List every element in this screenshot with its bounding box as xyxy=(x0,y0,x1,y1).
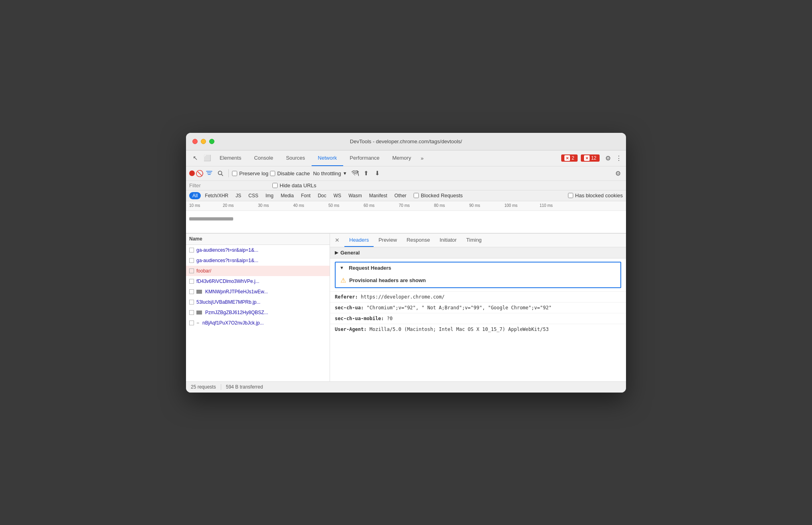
more-tabs-button[interactable]: » xyxy=(418,155,427,161)
maximize-button[interactable] xyxy=(209,139,214,144)
type-btn-img[interactable]: Img xyxy=(262,192,277,199)
type-btn-fetchxhr[interactable]: Fetch/XHR xyxy=(202,192,232,199)
blocked-requests-checkbox[interactable]: Blocked Requests xyxy=(414,192,463,198)
tab-timing[interactable]: Timing xyxy=(462,234,487,247)
list-item[interactable]: KMNWpnRJTP6eHJs1wEw... xyxy=(186,287,330,297)
tab-memory[interactable]: Memory xyxy=(386,150,418,166)
list-item[interactable]: 53luclsjUVBaBME7MPRb.jp... xyxy=(186,297,330,307)
window-title: DevTools - developer.chrome.com/tags/dev… xyxy=(350,138,462,144)
preserve-log-checkbox[interactable]: Preserve log xyxy=(232,170,268,176)
file-list: Name ga-audiences?t=sr&aip=1&... ga-audi… xyxy=(186,234,330,381)
tab-initiator[interactable]: Initiator xyxy=(435,234,462,247)
tick-60ms: 60 ms xyxy=(364,203,374,208)
type-btn-css[interactable]: CSS xyxy=(245,192,262,199)
throttle-dropdown[interactable]: No throttling ▼ xyxy=(312,170,349,177)
file-checkbox-4[interactable] xyxy=(189,279,194,284)
file-checkbox-2[interactable] xyxy=(189,258,194,263)
file-name-1: ga-audiences?t=sr&aip=1&... xyxy=(196,247,258,253)
type-btn-media[interactable]: Media xyxy=(278,192,297,199)
file-checkbox-6[interactable] xyxy=(189,300,194,305)
more-options-icon[interactable]: ⋮ xyxy=(615,152,623,164)
provisional-warning-row: ⚠ Provisional headers are shown xyxy=(336,273,620,287)
tab-console[interactable]: Console xyxy=(248,150,280,166)
settings-icon[interactable]: ⚙ xyxy=(602,152,614,164)
network-toolbar-row1: 🚫 Preserve log Disable cache No throttli… xyxy=(186,166,626,181)
devtools-window: DevTools - developer.chrome.com/tags/dev… xyxy=(186,133,626,393)
list-item[interactable]: fD43v6RiVCDlmo3WhVPe.j... xyxy=(186,276,330,287)
tab-performance[interactable]: Performance xyxy=(343,150,386,166)
tab-network[interactable]: Network xyxy=(312,150,344,166)
type-btn-js[interactable]: JS xyxy=(232,192,244,199)
status-separator xyxy=(221,384,221,390)
file-name-4: fD43v6RiVCDlmo3WhVPe.j... xyxy=(196,279,259,284)
error-badge[interactable]: ✕ 2 xyxy=(561,154,578,162)
warn-badge[interactable]: ✕ 12 xyxy=(581,154,600,162)
disable-cache-checkbox[interactable]: Disable cache xyxy=(270,170,310,176)
minus-icon-8: − xyxy=(196,320,199,326)
tick-100ms: 100 ms xyxy=(504,203,518,208)
titlebar: DevTools - developer.chrome.com/tags/dev… xyxy=(186,133,626,150)
detail-tab-bar: ✕ Headers Preview Response Initiator Tim… xyxy=(330,234,626,247)
tick-10ms: 10 ms xyxy=(189,203,200,208)
file-checkbox-3[interactable] xyxy=(189,269,194,273)
type-filter-row: All Fetch/XHR JS CSS Img Media Font Doc … xyxy=(186,190,626,201)
header-user-agent: User-Agent: Mozilla/5.0 (Macintosh; Inte… xyxy=(330,324,626,335)
tab-preview[interactable]: Preview xyxy=(374,234,402,247)
tab-headers[interactable]: Headers xyxy=(344,234,374,247)
upload-icon[interactable]: ⬆ xyxy=(362,168,371,178)
detail-close-button[interactable]: ✕ xyxy=(333,236,341,244)
has-blocked-cookies-checkbox[interactable]: Has blocked cookies xyxy=(568,192,623,198)
device-icon[interactable]: ⬜ xyxy=(201,152,213,164)
devtools-tab-bar: ↖ ⬜ Elements Console Sources Network Per… xyxy=(186,150,626,166)
header-sec-ch-ua: sec-ch-ua: "Chromium";v="92", " Not A;Br… xyxy=(330,302,626,313)
list-item-selected[interactable]: foobar/ xyxy=(186,266,330,276)
img-icon-7 xyxy=(196,311,202,315)
hide-data-urls-checkbox[interactable]: Hide data URLs xyxy=(272,182,316,188)
file-name-7: PzmJZBgZBJ612Hy8QBSZ... xyxy=(205,310,268,315)
file-checkbox-1[interactable] xyxy=(189,248,194,252)
list-item[interactable]: ga-audiences?t=sr&aip=1&... xyxy=(186,255,330,266)
filter-input-area: Filter xyxy=(189,182,269,188)
type-btn-wasm[interactable]: Wasm xyxy=(345,192,365,199)
wifi-icon[interactable] xyxy=(350,168,360,178)
header-val-sec-ch-ua-mobile: ?0 xyxy=(387,316,392,321)
throttle-arrow-icon: ▼ xyxy=(343,171,347,176)
record-button[interactable] xyxy=(189,170,195,176)
filter-icon[interactable] xyxy=(204,168,214,178)
request-headers-title[interactable]: ▼ Request Headers xyxy=(336,262,620,273)
stop-icon[interactable]: 🚫 xyxy=(196,170,203,176)
tab-sources[interactable]: Sources xyxy=(280,150,312,166)
cursor-icon[interactable]: ↖ xyxy=(189,152,201,164)
close-button[interactable] xyxy=(192,139,198,144)
file-checkbox-7[interactable] xyxy=(189,310,194,315)
type-btn-other[interactable]: Other xyxy=(391,192,410,199)
list-item[interactable]: − nBjAqf1PuX7O2nvJbJck.jp... xyxy=(186,318,330,328)
header-key-sec-ch-ua: sec-ch-ua: xyxy=(335,305,364,311)
request-headers-arrow-icon: ▼ xyxy=(340,265,344,270)
header-referer: Referer: https://developer.chrome.com/ xyxy=(330,291,626,302)
list-item[interactable]: ga-audiences?t=sr&aip=1&... xyxy=(186,245,330,255)
header-val-sec-ch-ua: "Chromium";v="92", " Not A;Brand";v="99"… xyxy=(366,305,551,311)
general-section-header[interactable]: ▶ General xyxy=(330,247,626,258)
tab-response[interactable]: Response xyxy=(402,234,435,247)
tick-70ms: 70 ms xyxy=(399,203,410,208)
download-icon[interactable]: ⬇ xyxy=(373,168,382,178)
type-btn-font[interactable]: Font xyxy=(298,192,314,199)
tab-elements[interactable]: Elements xyxy=(213,150,248,166)
header-key-sec-ch-ua-mobile: sec-ch-ua-mobile: xyxy=(335,316,384,321)
list-item[interactable]: PzmJZBgZBJ612Hy8QBSZ... xyxy=(186,307,330,318)
type-btn-ws[interactable]: WS xyxy=(330,192,344,199)
header-sec-ch-ua-mobile: sec-ch-ua-mobile: ?0 xyxy=(330,313,626,324)
timeline-bar xyxy=(189,217,233,220)
tick-80ms: 80 ms xyxy=(434,203,445,208)
type-btn-doc[interactable]: Doc xyxy=(314,192,329,199)
search-icon[interactable] xyxy=(216,168,225,178)
file-checkbox-5[interactable] xyxy=(189,289,194,294)
header-val-user-agent: Mozilla/5.0 (Macintosh; Intel Mac OS X 1… xyxy=(370,327,549,332)
network-settings-icon[interactable]: ⚙ xyxy=(613,168,623,178)
type-btn-all[interactable]: All xyxy=(189,192,201,199)
warning-triangle-icon: ⚠ xyxy=(340,277,346,284)
type-btn-manifest[interactable]: Manifest xyxy=(366,192,390,199)
minimize-button[interactable] xyxy=(201,139,206,144)
file-checkbox-8[interactable] xyxy=(189,321,194,325)
